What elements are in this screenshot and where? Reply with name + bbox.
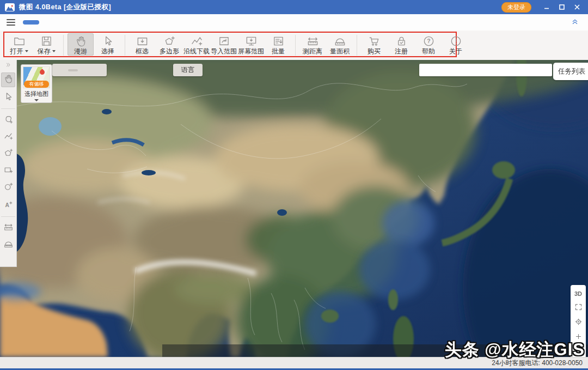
- svg-text:A: A: [5, 202, 9, 208]
- toolbar-button[interactable]: 多边形: [156, 33, 182, 56]
- map-control-button[interactable]: [573, 318, 584, 327]
- toolbar-button[interactable]: 购买: [361, 33, 387, 56]
- menu-item[interactable]: [23, 20, 39, 25]
- locate-icon: [574, 318, 583, 328]
- exclaim-icon: [450, 34, 462, 47]
- measure-area-icon: [334, 34, 346, 47]
- sidebar-tool-button[interactable]: [1, 113, 15, 128]
- toolbar-button[interactable]: 测距离: [299, 33, 326, 56]
- map-tools-sidebar: A: [0, 60, 17, 267]
- fullscreen-icon: [574, 303, 583, 313]
- sidebar-tool-button[interactable]: [1, 72, 15, 87]
- rect-plus-icon: [3, 165, 14, 177]
- polyline-download-icon: [191, 34, 203, 47]
- toolbar-button[interactable]: 批量: [265, 33, 291, 56]
- screen-range-icon: [245, 34, 258, 47]
- measure-area-icon: [3, 239, 14, 251]
- map-control-button[interactable]: 3D: [573, 289, 584, 298]
- menu-item[interactable]: [64, 20, 81, 25]
- dropdown-arrow-icon: [25, 50, 28, 52]
- toolbar-button[interactable]: 沿线下载: [183, 33, 210, 56]
- maximize-button[interactable]: [554, 0, 569, 14]
- watermark-text: 头条 @水经注GIS: [445, 338, 585, 361]
- toolbar-button[interactable]: 选择: [95, 33, 121, 56]
- lasso-plus-icon: [3, 114, 14, 126]
- measure-distance-icon: [3, 222, 14, 234]
- circle-plus-icon: [3, 181, 14, 194]
- hand-icon: [75, 34, 87, 47]
- sidebar-tool-button[interactable]: [1, 238, 15, 252]
- titlebar: 微图 4.0Beta [企业版已授权] 未登录: [0, 0, 588, 14]
- sidebar-tool-button[interactable]: [1, 147, 15, 161]
- toolbar-button[interactable]: 漫游: [68, 33, 94, 56]
- map-control-button[interactable]: [573, 304, 584, 313]
- chevrons-right-icon: [5, 60, 11, 70]
- layer-tab[interactable]: [68, 69, 78, 71]
- toolbar-button[interactable]: 注册: [388, 33, 414, 56]
- folder-icon: [13, 34, 26, 47]
- menu-item[interactable]: [126, 20, 143, 25]
- toolbar-button[interactable]: 导入范围: [211, 33, 237, 56]
- menu-items: [23, 20, 143, 25]
- sidebar-tool-button[interactable]: [1, 89, 15, 109]
- minimize-button[interactable]: [539, 0, 554, 14]
- sidebar-tool-button[interactable]: [1, 130, 15, 144]
- toolbar-button[interactable]: 保存: [33, 33, 59, 56]
- lock-check-icon: [395, 34, 408, 47]
- toolbar-button[interactable]: 屏幕范围: [238, 33, 264, 56]
- menubar: [0, 14, 588, 31]
- language-button[interactable]: 语言: [173, 64, 203, 76]
- cursor-icon: [102, 34, 114, 47]
- hamburger-menu-icon[interactable]: [7, 19, 15, 26]
- collapse-ribbon-icon[interactable]: [571, 17, 579, 28]
- task-list-button[interactable]: 任务列表: [553, 63, 588, 80]
- save-icon: [40, 34, 53, 47]
- close-button[interactable]: [569, 0, 585, 14]
- toolbar-button[interactable]: 量面积: [327, 33, 353, 56]
- highlight-frame: 打开 保存 漫游 选择 框选 多边形 沿: [3, 32, 457, 57]
- menu-item[interactable]: [106, 20, 122, 25]
- map-pin-icon: [39, 69, 46, 76]
- text-plus-icon: A: [3, 199, 14, 212]
- map-canvas[interactable]: A 有偏移 选择地图 语言 任务列表: [0, 60, 588, 357]
- map-source-label: 选择地图: [22, 90, 51, 98]
- offset-banner: 有偏移: [24, 81, 49, 88]
- menu-item[interactable]: [44, 20, 60, 25]
- cursor-icon: [3, 92, 14, 104]
- polyline-plus-icon: [3, 131, 14, 143]
- sidebar-tool-button[interactable]: [1, 221, 15, 235]
- toolbar-button[interactable]: ? 帮助: [415, 33, 442, 56]
- import-range-icon: [218, 34, 230, 47]
- sidebar-tool-button[interactable]: [1, 180, 15, 195]
- sidebar-tool-button[interactable]: [1, 163, 15, 178]
- dropdown-arrow-icon: [52, 50, 56, 52]
- toolbar-button[interactable]: 框选: [129, 33, 155, 56]
- polygon-plus-icon: [3, 148, 14, 160]
- batch-icon: [272, 34, 285, 47]
- layer-tab[interactable]: [55, 69, 65, 71]
- toolbar-button[interactable]: 打开: [6, 33, 32, 56]
- satellite-map-artwork: [0, 60, 588, 357]
- login-status-badge[interactable]: 未登录: [501, 2, 531, 13]
- question-icon: ?: [422, 34, 435, 47]
- hand-icon: [3, 74, 14, 86]
- cart-icon: [368, 34, 381, 47]
- app-window: 微图 4.0Beta [企业版已授权] 未登录 打开 保存: [0, 0, 588, 370]
- measure-distance-icon: [307, 34, 319, 47]
- layer-tab[interactable]: [94, 69, 104, 71]
- window-title: 微图 4.0Beta [企业版已授权]: [19, 3, 111, 12]
- toolbar-button[interactable]: 关于: [443, 33, 469, 56]
- svg-text:?: ?: [427, 38, 430, 44]
- map-source-selector[interactable]: 有偏移 选择地图: [21, 64, 52, 103]
- chevron-down-icon: [34, 99, 39, 101]
- box-select-icon: [136, 34, 149, 47]
- sidebar-tool-button[interactable]: A: [1, 197, 15, 217]
- sidebar-tool-button[interactable]: [1, 62, 15, 69]
- polygon-plus-icon: [163, 34, 176, 47]
- ribbon-toolbar: 打开 保存 漫游 选择 框选 多边形 沿: [0, 31, 588, 60]
- overlay-toggle-bar: [419, 64, 552, 76]
- map-source-thumbnail-icon: 有偏移: [23, 66, 50, 88]
- menu-item[interactable]: [85, 20, 101, 25]
- layer-tab[interactable]: [81, 69, 91, 71]
- layer-type-tabs: [52, 64, 107, 76]
